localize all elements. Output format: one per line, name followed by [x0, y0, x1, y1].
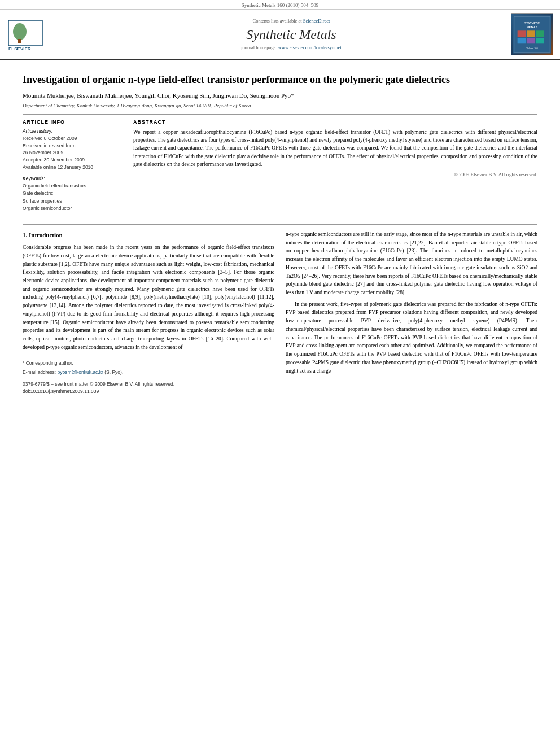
top-bar: Synthetic Metals 160 (2010) 504–509 — [0, 0, 560, 10]
journal-citation: Synthetic Metals 160 (2010) 504–509 — [242, 2, 319, 8]
body-left-column: 1. Introduction Considerable progress ha… — [23, 230, 274, 399]
keyword-1: Organic field-effect transistors — [23, 182, 124, 190]
sciencedirect-line: Contents lists available at ScienceDirec… — [253, 18, 330, 24]
svg-rect-15 — [517, 38, 525, 43]
keyword-2: Gate dielectric — [23, 190, 124, 198]
paper-affiliation: Department of Chemistry, Konkuk Universi… — [23, 103, 537, 108]
svg-text:SYNTHETIC: SYNTHETIC — [524, 21, 540, 24]
article-history-title: Article history: — [23, 128, 124, 134]
abstract-column: ABSTRACT We report a copper hexadecafluo… — [133, 119, 537, 217]
svg-point-1 — [13, 23, 27, 40]
journal-homepage-line: journal homepage: www.elsevier.com/locat… — [241, 45, 342, 50]
body-right-column: n-type organic semiconductors are still … — [286, 230, 537, 399]
journal-homepage-link[interactable]: www.elsevier.com/locate/synmet — [278, 45, 342, 50]
abstract-copyright: © 2009 Elsevier B.V. All rights reserved… — [133, 172, 537, 177]
bottom-info-area: 0379-6779/$ – see front matter © 2009 El… — [23, 381, 274, 399]
paper-content: Investigation of organic n-type field-ef… — [0, 60, 560, 404]
keyword-4: Organic semiconductor — [23, 205, 124, 213]
article-history-group: Article history: Received 8 October 2009… — [23, 128, 124, 171]
svg-rect-13 — [526, 30, 534, 37]
accepted-date: Accepted 30 November 2009 — [23, 156, 124, 164]
journal-header: ELSEVIER Contents lists available at Sci… — [0, 10, 560, 60]
paper-title: Investigation of organic n-type field-ef… — [23, 73, 537, 86]
footnote-area: * Corresponding author. E-mail address: … — [23, 357, 274, 375]
revised-date: 26 November 2009 — [23, 149, 124, 156]
body-divider — [23, 224, 537, 225]
keywords-group: Keywords: Organic field-effect transisto… — [23, 176, 124, 213]
elsevier-logo-area: ELSEVIER — [6, 13, 73, 55]
received-date: Received 8 October 2009 — [23, 135, 124, 142]
intro-paragraph-2: n-type organic semiconductors are still … — [286, 230, 537, 297]
issn-line: 0379-6779/$ – see front matter © 2009 El… — [23, 381, 274, 388]
received-revised-label: Received in revised form — [23, 142, 124, 150]
article-info-abstract-section: ARTICLE INFO Article history: Received 8… — [23, 119, 537, 217]
svg-text:Volume 160: Volume 160 — [526, 47, 537, 49]
svg-rect-14 — [536, 30, 544, 37]
body-section: 1. Introduction Considerable progress ha… — [23, 230, 537, 399]
email-note: E-mail address: pyosm@konkuk.ac.kr (S. P… — [23, 369, 274, 376]
svg-rect-12 — [517, 30, 525, 37]
intro-paragraph-1: Considerable progress has been made in t… — [23, 243, 274, 351]
svg-text:ELSEVIER: ELSEVIER — [8, 46, 31, 51]
article-info-label: ARTICLE INFO — [23, 119, 124, 125]
keyword-3: Surface properties — [23, 198, 124, 206]
article-info-column: ARTICLE INFO Article history: Received 8… — [23, 119, 124, 217]
intro-paragraph-3: In the present work, five-types of polym… — [286, 300, 537, 375]
journal-title-area: Contents lists available at ScienceDirec… — [79, 13, 504, 55]
divider-after-affiliation — [23, 114, 537, 115]
author-email-link[interactable]: pyosm@konkuk.ac.kr — [57, 369, 103, 375]
journal-thumbnail-area: SYNTHETIC METALS Volume 160 — [509, 13, 554, 55]
svg-text:METALS: METALS — [526, 25, 537, 28]
svg-rect-17 — [536, 38, 544, 43]
journal-cover-thumbnail: SYNTHETIC METALS Volume 160 — [511, 13, 553, 55]
abstract-label: ABSTRACT — [133, 119, 537, 125]
available-online-date: Available online 12 January 2010 — [23, 164, 124, 171]
intro-heading: 1. Introduction — [23, 230, 274, 240]
paper-authors: Moumita Mukherjee, Biswanath Mukherjee, … — [23, 91, 537, 101]
doi-line: doi:10.1016/j.synthmet.2009.11.039 — [23, 388, 274, 395]
sciencedirect-link[interactable]: ScienceDirect — [303, 18, 330, 24]
journal-title: Synthetic Metals — [246, 27, 336, 42]
keywords-title: Keywords: — [23, 176, 124, 181]
svg-rect-16 — [526, 38, 534, 43]
elsevier-logo-icon: ELSEVIER — [6, 18, 68, 51]
corresponding-author-note: * Corresponding author. — [23, 360, 274, 367]
abstract-text: We report a copper hexadecafluorophthalo… — [133, 128, 537, 168]
svg-rect-2 — [18, 39, 21, 43]
